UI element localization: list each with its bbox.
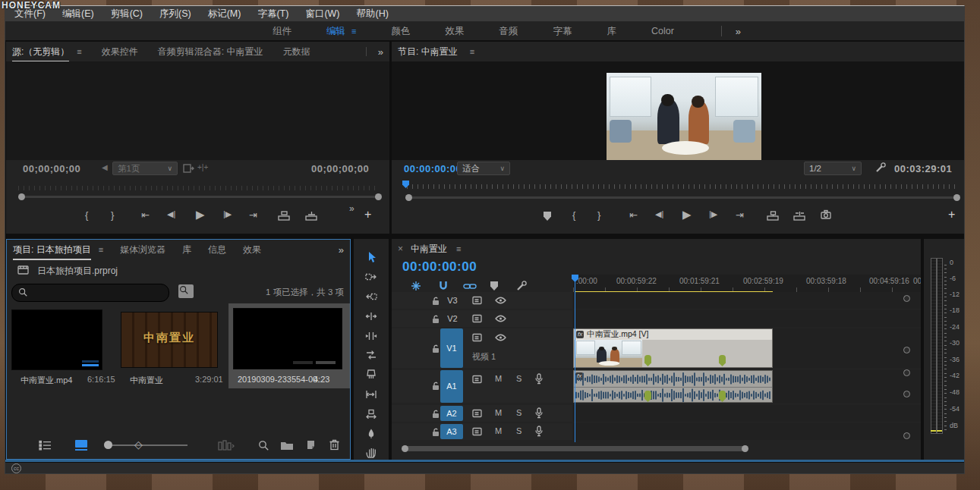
clip-name-2[interactable]: 中南置业 <box>130 375 163 386</box>
tab-project[interactable]: 项目: 日本旅拍项目 <box>13 243 91 260</box>
timeline-settings-wrench[interactable] <box>515 280 528 292</box>
menu-window[interactable]: 窗口(W) <box>305 8 339 20</box>
creative-cloud-icon[interactable]: cc <box>11 463 21 473</box>
a3-lane[interactable] <box>573 423 921 440</box>
rolling-edit-tool[interactable] <box>354 327 389 345</box>
rate-stretch-tool[interactable] <box>354 346 389 364</box>
a2-lane[interactable] <box>573 405 921 422</box>
program-zoom-knob-right[interactable] <box>953 194 960 201</box>
tab-metadata[interactable]: 元数据 <box>282 46 310 58</box>
prev-page-icon[interactable]: ◀ <box>102 164 108 171</box>
nest-as-sequence-toggle[interactable] <box>410 280 422 292</box>
workspace-tab-editing[interactable]: 编辑≡ <box>326 25 356 38</box>
new-bin-button[interactable] <box>280 440 294 451</box>
delete-button[interactable] <box>329 438 340 451</box>
tab-audio-clip-mixer[interactable]: 音频剪辑混合器: 中南置业 <box>158 46 263 58</box>
workspace-overflow-icon[interactable]: » <box>736 26 741 37</box>
automate-to-sequence-button[interactable] <box>218 439 235 451</box>
timeline-tab-close-icon[interactable]: × <box>398 243 403 254</box>
menu-captions[interactable]: 字幕(T) <box>257 8 288 20</box>
v3-source-assign-icon[interactable] <box>472 296 483 305</box>
track-select-forward-tool[interactable] <box>354 268 389 286</box>
a1-mute-button[interactable]: M <box>495 375 502 383</box>
timeline-panel-menu-icon[interactable]: ≡ <box>456 244 461 253</box>
fx-badge[interactable]: fx <box>576 331 584 338</box>
v3-track-name[interactable]: V3 <box>440 296 465 305</box>
track-select-backward-tool[interactable] <box>354 287 389 306</box>
source-play-button[interactable]: ▶ <box>196 209 205 220</box>
source-goto-in-button[interactable]: ⇤ <box>141 210 150 220</box>
snap-toggle[interactable] <box>437 280 449 292</box>
workspace-menu-icon[interactable]: ≡ <box>351 27 356 36</box>
track-resize-handle[interactable] <box>903 295 910 302</box>
program-lift-button[interactable] <box>767 210 780 221</box>
a3-track-name[interactable]: A3 <box>440 427 463 436</box>
thumbnail-zoom-slider[interactable] <box>107 444 187 446</box>
new-item-button[interactable] <box>306 439 318 451</box>
a3-source-assign-icon[interactable] <box>472 427 483 436</box>
zoom-level-dropdown[interactable]: 适合∨ <box>457 162 510 175</box>
v1-track-name[interactable]: V1 <box>440 344 463 353</box>
timeline-add-marker-button[interactable] <box>490 281 498 291</box>
hscroll-knob-right[interactable] <box>742 445 748 452</box>
workspace-tab-audio[interactable]: 音频 <box>499 25 518 38</box>
track-resize-handle[interactable] <box>903 432 910 439</box>
pen-tool[interactable] <box>354 425 389 443</box>
tab-media-browser[interactable]: 媒体浏览器 <box>120 243 165 256</box>
program-zoom-scrollbar[interactable] <box>408 196 956 199</box>
a2-solo-button[interactable]: S <box>516 409 522 417</box>
program-step-back-button[interactable]: ◀| <box>655 210 663 218</box>
program-add-marker-button[interactable] <box>544 212 551 221</box>
program-export-frame-button[interactable] <box>820 209 832 220</box>
icon-view-button[interactable] <box>74 439 89 451</box>
program-mini-ruler[interactable] <box>407 184 956 189</box>
track-resize-handle[interactable] <box>903 369 910 376</box>
a3-solo-button[interactable]: S <box>516 427 522 435</box>
menu-edit[interactable]: 编辑(E) <box>62 8 94 20</box>
source-insert-button[interactable] <box>278 210 291 221</box>
tab-program[interactable]: 节目: 中南置业 <box>398 46 458 58</box>
a3-mute-button[interactable]: M <box>495 427 502 435</box>
tab-sequence[interactable]: 中南置业 <box>411 243 447 256</box>
program-goto-out-button[interactable]: ⇥ <box>736 210 744 220</box>
a3-lock-icon[interactable] <box>431 427 440 437</box>
a1-voiceover-mic-icon[interactable] <box>534 373 544 385</box>
program-position-timecode[interactable]: 00:00:00:00 <box>404 163 462 174</box>
track-resize-handle[interactable] <box>903 391 910 397</box>
timeline-timecode[interactable]: 00:00:00:00 <box>402 259 477 275</box>
workspace-tab-captions[interactable]: 字幕 <box>553 25 572 38</box>
v3-lane[interactable] <box>573 292 921 309</box>
source-tabs-overflow-icon[interactable]: » <box>378 46 383 58</box>
zoom-slider-knob[interactable] <box>104 441 112 449</box>
timeline-video-clip[interactable]: fx 中南置业.mp4 [V] <box>573 328 773 368</box>
v3-toggle-output-eye-icon[interactable] <box>495 297 506 304</box>
source-panel-menu-icon[interactable]: ≡ <box>77 47 81 56</box>
timeline-ruler[interactable]: :00:00 00:00:59:22 00:01:59:21 00:02:59:… <box>573 275 921 292</box>
clip-thumbnail-3[interactable] <box>233 308 342 369</box>
slip-tool[interactable] <box>354 385 389 404</box>
source-step-back-button[interactable]: ◀| <box>167 210 175 218</box>
source-mini-ruler[interactable] <box>18 186 379 190</box>
program-extract-button[interactable] <box>793 210 806 221</box>
a1-track-name[interactable]: A1 <box>440 382 463 391</box>
clip-name-3[interactable]: 20190309-233554-00... <box>238 375 324 384</box>
razor-tool[interactable] <box>354 366 389 384</box>
timeline-playhead-line[interactable] <box>575 281 575 442</box>
a2-mute-button[interactable]: M <box>495 409 502 417</box>
a2-track-name[interactable]: A2 <box>440 409 463 418</box>
film-page-icon[interactable] <box>182 162 194 174</box>
search-input[interactable] <box>11 284 169 302</box>
tab-source[interactable]: 源:（无剪辑） <box>12 46 69 62</box>
program-play-button[interactable]: ▶ <box>682 209 692 220</box>
v1-toggle-output-eye-icon[interactable] <box>495 334 506 341</box>
hscroll-knob-left[interactable] <box>402 445 408 452</box>
freeform-view-button[interactable]: ◇ <box>134 439 143 450</box>
v2-toggle-output-eye-icon[interactable] <box>495 315 506 322</box>
source-more-buttons-icon[interactable]: » <box>349 204 355 213</box>
v2-lock-icon[interactable] <box>431 314 440 324</box>
a2-lock-icon[interactable] <box>431 409 440 419</box>
slide-tool[interactable] <box>354 405 389 423</box>
page-selector-dropdown[interactable]: 第1页∨ <box>112 162 178 175</box>
a1-lock-icon[interactable] <box>431 381 440 391</box>
a1-solo-button[interactable]: S <box>516 375 522 383</box>
